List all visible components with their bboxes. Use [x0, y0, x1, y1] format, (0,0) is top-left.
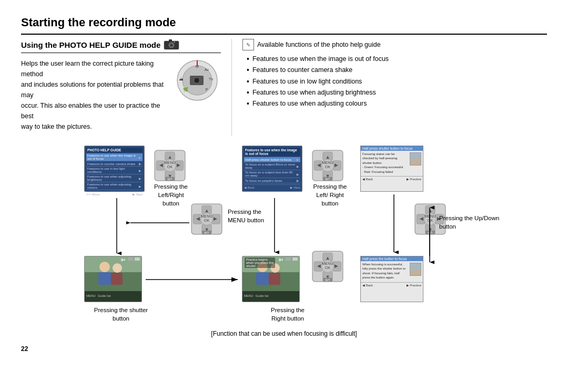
dpad-right-svg: MENU OK ▲ ▼ ◀ ▶ W/T	[312, 251, 343, 282]
dpad-menu: MENU OK ▲ ▼ ◀ ▶ W/T	[191, 203, 222, 236]
svg-rect-3	[169, 39, 172, 42]
ps1-bottom: ◀ Back ▶ Practice	[361, 176, 423, 181]
svg-rect-85	[128, 257, 133, 261]
svg-text:◀: ◀	[196, 216, 200, 221]
left-column: Using the PHOTO HELP GUIDE mode Helps th…	[21, 39, 221, 136]
section-title-text: Using the PHOTO HELP GUIDE mode	[21, 40, 160, 49]
screen1-item-3: Features to use in low light conditions▶	[86, 167, 143, 174]
label-menu: Pressing the MENU button	[228, 208, 275, 224]
svg-text:▲: ▲	[325, 154, 330, 160]
svg-point-81	[99, 262, 110, 272]
camera-diagram: M Av Tv P 🌿 ⛰	[174, 58, 221, 103]
svg-text:▲: ▲	[167, 154, 172, 160]
svg-text:W/T: W/T	[204, 231, 209, 234]
svg-text:▶: ▶	[334, 263, 338, 269]
svg-text:W/T: W/T	[325, 178, 330, 181]
photo2-overlay: Practice beginswhen you press theshutter…	[245, 257, 275, 268]
arrow-down-2	[270, 195, 279, 257]
label-left-right-2: Pressing the Left/ Right button	[308, 182, 352, 208]
dpad-1: MENU OK ▲ ▼ ◀ ▶ W/T	[154, 150, 186, 183]
page-title: Starting the recording mode	[21, 16, 547, 35]
label-updown: Pressing the Up/Down button	[439, 214, 513, 231]
label-right: Pressing the Right button	[264, 306, 311, 323]
svg-rect-82	[98, 272, 111, 285]
svg-text:OK: OK	[325, 265, 331, 270]
ps1-header: Half press shutter button to focus	[361, 146, 423, 151]
screen1-item-2: Features to counter camera shake▶	[86, 161, 143, 167]
ps2-bottom: ◀ Back ▶ Practice	[361, 282, 423, 287]
svg-text:P: P	[205, 88, 208, 91]
svg-point-83	[113, 263, 122, 273]
practice-screen-1: Half press shutter button to focus Focus…	[360, 146, 423, 192]
available-header: ✎ Available functions of the photo help …	[242, 39, 547, 50]
svg-text:OK: OK	[167, 164, 173, 169]
arrow-updown	[425, 203, 434, 266]
screen2-bottom: ◀ Back ▶ Next	[244, 184, 300, 189]
svg-text:Av: Av	[204, 68, 209, 71]
svg-rect-86	[135, 257, 140, 261]
dpad-1-svg: MENU OK ▲ ▼ ◀ ▶ W/T	[154, 150, 186, 181]
svg-point-2	[170, 44, 173, 47]
screen1-item-5: Features to use when adjusting colours▶	[86, 182, 143, 190]
feature-item-5: Features to use when adjusting colours	[247, 98, 547, 109]
photo1-person	[85, 256, 141, 291]
svg-text:◀: ◀	[159, 162, 163, 168]
svg-text:⛰: ⛰	[179, 77, 184, 81]
arrow-right-bottom	[143, 276, 242, 283]
ps2-image	[410, 263, 421, 276]
svg-text:W/T: W/T	[325, 278, 330, 282]
svg-text:OK: OK	[325, 164, 331, 169]
camera-dial-svg: M Av Tv P 🌿 ⛰	[175, 58, 220, 103]
ps1-image	[410, 152, 421, 166]
camera-mode-icon	[164, 39, 179, 50]
svg-rect-84	[111, 273, 123, 285]
svg-text:◀: ◀	[317, 263, 321, 269]
feature-item-4: Features to use when adjusting brightnes…	[247, 87, 547, 98]
caption: [Function that can be used when focusing…	[21, 330, 547, 337]
description-area: Helps the user learn the correct picture…	[21, 58, 221, 136]
photo2-bottom: MENUGuide list	[242, 291, 299, 302]
label-shutter: Pressing the shutter button	[89, 306, 153, 323]
svg-text:W/T: W/T	[167, 178, 173, 181]
right-column: ✎ Available functions of the photo help …	[231, 39, 547, 136]
svg-rect-108	[269, 273, 280, 285]
note-icon: ✎	[242, 39, 254, 50]
section-heading: Using the PHOTO HELP GUIDE mode	[21, 39, 221, 53]
arrow-ps-down	[389, 192, 399, 257]
svg-text:OK: OK	[204, 218, 210, 223]
screen2-item-3: To focus on a subject less than 80 cm aw…	[244, 170, 300, 178]
svg-text:▲: ▲	[204, 208, 209, 213]
arrow-down-1	[112, 195, 121, 259]
svg-point-13	[195, 79, 198, 82]
svg-rect-106	[256, 272, 269, 285]
diagram-section: PHOTO HELP GUIDE Features to use when th…	[21, 146, 547, 324]
feature-list: Features to use when the image is out of…	[242, 54, 547, 109]
screen2-item-2: To focus on a subject 80cm or more away▶	[244, 162, 300, 170]
description-text: Helps the user learn the correct picture…	[21, 58, 168, 136]
screen1-title: PHOTO HELP GUIDE	[86, 148, 143, 152]
feature-item-1: Features to use when the image is out of…	[247, 54, 547, 65]
dpad-menu-svg: MENU OK ▲ ▼ ◀ ▶ W/T	[191, 203, 222, 235]
svg-text:▲: ▲	[325, 255, 330, 261]
svg-text:▶: ▶	[334, 162, 338, 168]
label-left-right: Pressing the Left/Right button	[150, 182, 192, 208]
practice-screen-2: Half press the button to focus When focu…	[360, 256, 423, 302]
screen-1: PHOTO HELP GUIDE Features to use when th…	[84, 146, 145, 192]
screen2-item-1: Half press shutter button to focus▶	[244, 157, 300, 162]
feature-item-3: Features to use in low light conditions	[247, 76, 547, 87]
photo-1: MENUGuide list 8+	[84, 256, 142, 302]
photo-2: MENUGuide list Practice beginswhen you p…	[242, 256, 300, 302]
svg-text:Tv: Tv	[209, 77, 213, 81]
screen2-item-4: To focus on people's faces▶	[244, 178, 300, 183]
svg-text:◀: ◀	[317, 162, 321, 168]
screen-2: Features to use when the image is out of…	[242, 146, 302, 192]
page-number: 22	[21, 345, 547, 353]
svg-text:◀: ◀	[420, 216, 423, 221]
photo2-number: 8+	[279, 257, 283, 262]
svg-text:▶: ▶	[177, 162, 180, 168]
svg-text:🌿: 🌿	[183, 87, 188, 92]
screen2-title: Features to use when the image is out of…	[244, 148, 300, 156]
screen1-item-4: Features to use when adjusting brightnes…	[86, 174, 143, 182]
photo1-svg	[85, 256, 142, 291]
dpad-2: MENU OK ▲ ▼ ◀ ▶ W/T	[312, 150, 343, 183]
